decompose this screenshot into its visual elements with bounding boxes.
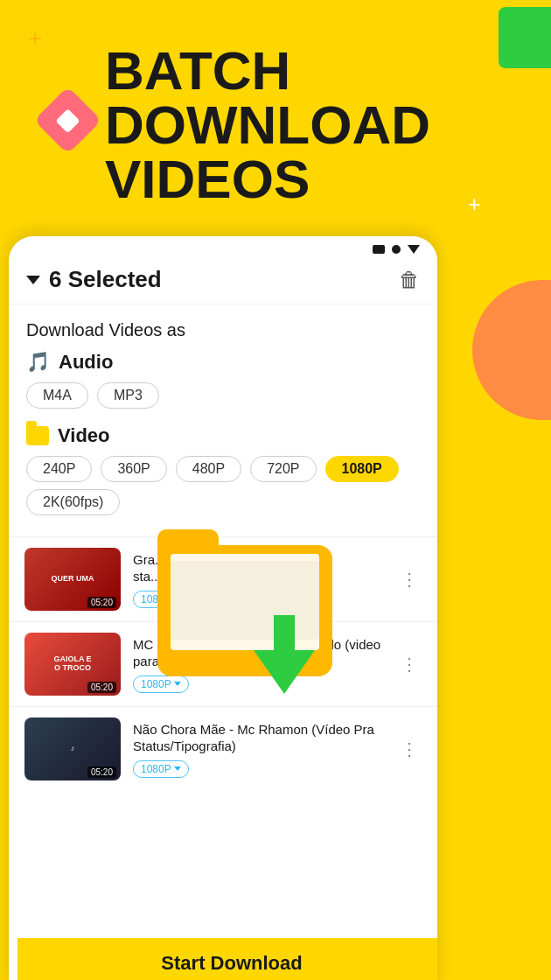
video-quality-3[interactable]: 1080P	[133, 760, 189, 778]
status-dot-icon	[392, 245, 401, 254]
more-icon-2[interactable]: ⋮	[397, 650, 422, 678]
video-item-3[interactable]: ♪ 05:20 Não Chora Mãe - Mc Rhamon (Vídeo…	[9, 706, 437, 791]
duration-2: 05:20	[87, 682, 116, 693]
heading-line2: DOWNLOAD	[105, 98, 430, 152]
status-square-icon	[373, 245, 385, 254]
video-resolutions: 240P 360P 480P 720P 1080P	[26, 456, 420, 489]
deco-plus-icon: +	[28, 24, 42, 52]
heading-line3: VIDEOS	[105, 152, 430, 206]
format-chip-m4a[interactable]: M4A	[26, 382, 88, 409]
resolution-720p[interactable]: 720P	[250, 456, 316, 482]
audio-header: 🎵 Audio	[26, 351, 420, 374]
duration-3: 05:20	[87, 766, 116, 778]
thumb-text-2: GAIOLA EO TROCO	[53, 655, 91, 673]
video-header: Video	[26, 424, 420, 447]
header-bar: 6 Selected 🗑	[9, 259, 437, 304]
resolution-240p[interactable]: 240P	[26, 456, 92, 482]
thumb-text-3: ♪	[71, 745, 75, 753]
folder-icon	[26, 426, 49, 445]
section-title: Download Videos as	[9, 304, 437, 347]
video-thumb-2: GAIOLA EO TROCO 05:20	[24, 633, 121, 696]
duration-1: 05:20	[87, 597, 116, 608]
quality-chevron-3	[174, 766, 181, 771]
more-icon-3[interactable]: ⋮	[397, 735, 422, 763]
status-bar	[9, 236, 437, 259]
video-list: QUER UMA 05:20 Gra...sta... 1080P ⋮ GAIO…	[9, 536, 437, 791]
audio-section: 🎵 Audio M4A MP3	[9, 347, 437, 421]
video-info-3: Não Chora Mãe - Mc Rhamon (Vídeo Pra Sta…	[133, 721, 385, 778]
video-resolutions-row2: 2K(60fps)	[26, 489, 420, 522]
heading: BATCH DOWNLOAD VIDEOS	[105, 44, 430, 206]
selected-count: 6 Selected	[49, 266, 162, 293]
trash-icon[interactable]: 🗑	[399, 268, 420, 292]
resolution-1080p[interactable]: 1080P	[325, 456, 399, 482]
audio-label: Audio	[59, 351, 113, 374]
resolution-480p[interactable]: 480P	[176, 456, 241, 482]
heading-line1: BATCH	[105, 44, 430, 98]
folder-tab	[157, 529, 219, 547]
deco-plus-mid-icon: +	[468, 191, 481, 218]
video-thumb-3: ♪ 05:20	[24, 718, 121, 780]
video-title-3: Não Chora Mãe - Mc Rhamon (Vídeo Pra Sta…	[133, 721, 385, 755]
deco-green-bar	[499, 7, 551, 68]
audio-formats: M4A MP3	[26, 382, 420, 416]
app-logo	[44, 96, 96, 149]
folder-body	[157, 545, 332, 676]
resolution-360p[interactable]: 360P	[101, 456, 166, 482]
start-download-button[interactable]: Start Download	[17, 938, 437, 980]
download-arrow	[254, 615, 315, 694]
status-arrow-icon	[408, 245, 420, 254]
header-left: 6 Selected	[26, 266, 162, 293]
resolution-2k60fps[interactable]: 2K(60fps)	[26, 489, 120, 515]
more-icon-1[interactable]: ⋮	[397, 565, 422, 593]
video-label: Video	[58, 424, 110, 447]
folder-download-overlay	[157, 545, 332, 703]
video-thumb-1: QUER UMA 05:20	[24, 548, 121, 611]
audio-icon: 🎵	[26, 351, 50, 374]
format-chip-mp3[interactable]: MP3	[97, 382, 159, 409]
chevron-down-icon[interactable]	[26, 276, 40, 284]
phone-mockup: 6 Selected 🗑 Download Videos as 🎵 Audio …	[9, 236, 437, 980]
video-section: Video 240P 360P 480P 720P 1080P 2K(60fps…	[9, 421, 437, 528]
